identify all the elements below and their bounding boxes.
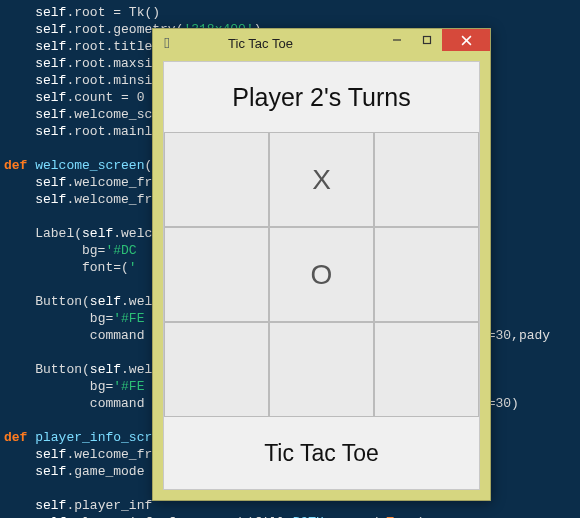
board-cell-0-0[interactable] — [164, 132, 269, 227]
board-cell-0-2[interactable] — [374, 132, 479, 227]
board-cell-2-0[interactable] — [164, 322, 269, 417]
board-cell-1-2[interactable] — [374, 227, 479, 322]
svg-rect-1 — [424, 37, 431, 44]
footer-label: Tic Tac Toe — [164, 417, 479, 489]
board-cell-2-2[interactable] — [374, 322, 479, 417]
board-cell-0-1[interactable]: X — [269, 132, 374, 227]
maximize-button[interactable] — [412, 29, 442, 51]
board-cell-1-0[interactable] — [164, 227, 269, 322]
close-button[interactable] — [442, 29, 490, 51]
board-cell-2-1[interactable] — [269, 322, 374, 417]
minimize-button[interactable] — [382, 29, 412, 51]
app-window: 𓆤 Tic Tac Toe Player 2's Turns XO Tic Ta… — [152, 28, 491, 501]
status-label: Player 2's Turns — [164, 62, 479, 132]
feather-icon: 𓆤 — [159, 35, 175, 51]
client-area: Player 2's Turns XO Tic Tac Toe — [163, 61, 480, 490]
titlebar[interactable]: 𓆤 Tic Tac Toe — [153, 29, 490, 57]
game-board: XO — [164, 132, 479, 417]
window-title: Tic Tac Toe — [179, 36, 382, 51]
board-cell-1-1[interactable]: O — [269, 227, 374, 322]
window-controls — [382, 29, 490, 51]
